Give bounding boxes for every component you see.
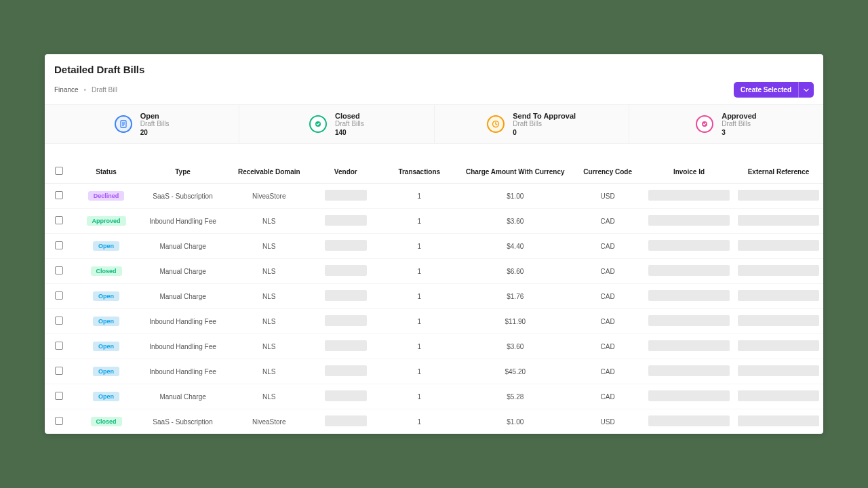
cell-charge: $4.40 [459,234,571,259]
table-row[interactable]: ClosedManual ChargeNLS1$6.60CAD [45,259,823,284]
table-row[interactable]: OpenInbound Handling FeeNLS1$45.20CAD [45,359,823,384]
cell-currency: CAD [571,234,644,259]
extref-placeholder [738,290,819,301]
cell-domain: NLS [226,334,312,359]
cell-charge: $1.00 [459,184,571,209]
stat-count: 3 [722,129,756,136]
row-checkbox[interactable] [55,417,63,425]
cell-domain: NiveaStore [226,184,312,209]
table-row[interactable]: OpenManual ChargeNLS1$5.28CAD [45,384,823,409]
create-selected-button[interactable]: Create Selected [734,82,798,98]
vendor-placeholder [325,340,367,351]
status-badge: Approved [87,216,126,226]
select-all-checkbox[interactable] [55,167,63,175]
row-checkbox[interactable] [55,291,63,300]
vendor-placeholder [325,315,367,326]
invoice-placeholder [648,315,730,326]
row-checkbox[interactable] [55,241,63,249]
vendor-placeholder [325,240,367,251]
invoice-placeholder [648,390,730,401]
table-row[interactable]: OpenInbound Handling FeeNLS1$3.60CAD [45,334,823,359]
cell-type: Inbound Handling Fee [140,209,226,234]
cell-transactions: 1 [379,209,459,234]
draft-bills-table: Status Type Receivable Domain Vendor Tra… [45,160,823,434]
cell-transactions: 1 [379,384,459,409]
table-row[interactable]: ApprovedInbound Handling FeeNLS1$3.60CAD [45,209,823,234]
col-transactions-header[interactable]: Transactions [379,160,459,184]
col-invoice-header[interactable]: Invoice Id [644,160,734,184]
stat-title: Open [140,112,170,120]
vendor-placeholder [325,365,367,376]
cell-currency: CAD [571,359,644,384]
cell-charge: $3.60 [459,334,571,359]
status-badge: Open [93,291,119,301]
row-checkbox[interactable] [55,317,63,325]
breadcrumb-root[interactable]: Finance [54,86,79,94]
cell-charge: $5.28 [459,384,571,409]
col-status-header[interactable]: Status [73,160,140,184]
stat-text: OpenDraft Bills20 [140,112,170,136]
stat-count: 20 [140,129,170,136]
table-row[interactable]: ClosedSaaS - SubscriptionNiveaStore1$1.0… [45,409,823,434]
stat-icon [309,115,327,133]
col-currency-header[interactable]: Currency Code [571,160,644,184]
extref-placeholder [738,315,819,326]
stat-title: Approved [722,112,756,120]
create-selected-dropdown[interactable] [798,82,814,98]
main-panel: Detailed Draft Bills Finance • Draft Bil… [45,54,823,434]
stat-text: ClosedDraft Bills140 [335,112,364,136]
row-checkbox[interactable] [55,367,63,375]
row-checkbox[interactable] [55,392,63,400]
cell-domain: NiveaStore [226,409,312,434]
col-charge-header[interactable]: Charge Amount With Currency [459,160,571,184]
cell-type: SaaS - Subscription [140,409,226,434]
col-extref-header[interactable]: External Reference [734,160,823,184]
cell-domain: NLS [226,309,312,334]
status-badge: Open [93,392,119,401]
cell-domain: NLS [226,384,312,409]
vendor-placeholder [325,265,367,276]
extref-placeholder [738,340,819,351]
stat-card[interactable]: OpenDraft Bills20 [45,105,239,143]
row-checkbox[interactable] [55,191,63,199]
row-checkbox[interactable] [55,342,63,350]
table-row[interactable]: OpenManual ChargeNLS1$4.40CAD [45,234,823,259]
cell-transactions: 1 [379,234,459,259]
cell-transactions: 1 [379,284,459,309]
invoice-placeholder [648,240,730,251]
cell-type: Inbound Handling Fee [140,309,226,334]
vendor-placeholder [325,215,367,226]
extref-placeholder [738,390,819,401]
stat-icon [487,115,505,133]
stat-subtitle: Draft Bills [335,120,364,127]
col-type-header[interactable]: Type [140,160,226,184]
breadcrumb-sep: • [84,86,87,94]
col-vendor-header[interactable]: Vendor [312,160,379,184]
vendor-placeholder [325,190,367,201]
row-checkbox[interactable] [55,216,63,224]
invoice-placeholder [648,365,730,376]
cell-domain: NLS [226,259,312,284]
stat-card[interactable]: ClosedDraft Bills140 [239,105,434,143]
cell-transactions: 1 [379,309,459,334]
table-row[interactable]: OpenManual ChargeNLS1$1.76CAD [45,284,823,309]
row-checkbox[interactable] [55,266,63,274]
stat-card[interactable]: Send To ApprovalDraft Bills0 [435,105,629,143]
table-row[interactable]: DeclinedSaaS - SubscriptionNiveaStore1$1… [45,184,823,209]
stat-subtitle: Draft Bills [722,120,756,127]
extref-placeholder [738,215,819,226]
sub-header: Finance • Draft Bill Create Selected [45,79,823,104]
cell-type: Manual Charge [140,284,226,309]
extref-placeholder [738,190,819,201]
table-body: DeclinedSaaS - SubscriptionNiveaStore1$1… [45,184,823,434]
cell-charge: $6.60 [459,259,571,284]
cell-transactions: 1 [379,359,459,384]
invoice-placeholder [648,190,730,201]
col-domain-header[interactable]: Receivable Domain [226,160,312,184]
extref-placeholder [738,240,819,251]
vendor-placeholder [325,415,367,426]
stat-card[interactable]: ApprovedDraft Bills3 [629,105,823,143]
table-row[interactable]: OpenInbound Handling FeeNLS1$11.90CAD [45,309,823,334]
stat-icon [115,115,132,133]
cell-type: Manual Charge [140,384,226,409]
